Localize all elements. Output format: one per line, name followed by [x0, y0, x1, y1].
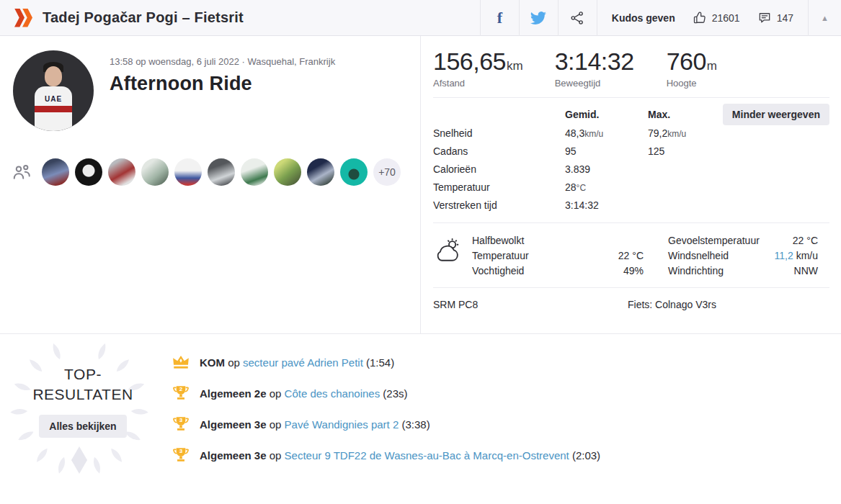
partly-cloudy-icon — [433, 235, 465, 266]
athlete-avatar-small[interactable] — [274, 158, 301, 186]
activity-summary-section: UAE 13:58 op woensdag, 6 juli 2022 · Was… — [0, 36, 841, 333]
activity-stats-panel: 156,65km Afstand 3:14:32 Beweegtijd 760m… — [420, 36, 841, 333]
activity-left-panel: UAE 13:58 op woensdag, 6 juli 2022 · Was… — [0, 36, 420, 333]
achievement-row-3rd-a: 3 Algemeen 3e op Pavé Wandignies part 2 … — [172, 415, 841, 433]
page-title: Tadej Pogačar Pogi – Fietsrit — [43, 9, 480, 26]
segment-time: (23s) — [383, 387, 407, 400]
share-icon — [569, 10, 585, 26]
segment-link[interactable]: Secteur 9 TDF22 de Wasnes-au-Bac à Marcq… — [285, 449, 569, 462]
top-bar: Tadej Pogačar Pogi – Fietsrit f Kudos ge… — [0, 0, 841, 36]
twitter-share-button[interactable] — [519, 0, 558, 36]
detailed-stats-table: Minder weergeven Gemid. Max. Snelheid 48… — [433, 105, 829, 214]
group-icon — [12, 161, 33, 183]
svg-text:3: 3 — [179, 448, 183, 454]
segment-time: (3:38) — [401, 418, 430, 431]
table-row-cadence: Cadans 95 125 — [433, 142, 829, 160]
athlete-avatar-small[interactable] — [340, 158, 368, 186]
divider — [433, 97, 829, 98]
activity-title: Afternoon Ride — [110, 73, 335, 95]
achievement-row-kom: KOM op secteur pavé Adrien Petit (1:54) — [172, 353, 841, 372]
segment-link[interactable]: Côte des chanoines — [285, 387, 381, 400]
view-all-button[interactable]: Alles bekijken — [39, 415, 126, 438]
table-row-speed: Snelheid 48,3km/u 79,2km/u — [433, 124, 829, 142]
weather-section: Halfbewolkt Temperatuur22 °C Vochtigheid… — [433, 233, 829, 279]
svg-text:2: 2 — [179, 386, 183, 392]
strava-chevrons-icon[interactable] — [0, 9, 43, 27]
top-results-section: TOP- RESULTATEN Alles bekijken KOM op se… — [0, 333, 841, 504]
facebook-share-button[interactable]: f — [480, 0, 519, 36]
comments-count-value: 147 — [777, 12, 793, 24]
thumbs-up-icon — [693, 11, 707, 25]
gear-row: SRM PC8 Fiets: Colnago V3rs — [433, 299, 829, 310]
athlete-avatar-small[interactable] — [307, 158, 334, 186]
segment-time: (1:54) — [366, 356, 394, 369]
collapse-button[interactable]: ▲ — [808, 0, 841, 36]
weather-wind-direction: NNW — [794, 264, 818, 279]
weather-feels-like: 22 °C — [793, 233, 818, 248]
achievement-row-3rd-b: 3 Algemeen 3e op Secteur 9 TDF22 de Wasn… — [172, 446, 841, 464]
collapse-icon: ▲ — [821, 14, 829, 22]
segment-link[interactable]: Pavé Wandignies part 2 — [285, 418, 399, 431]
comment-icon — [757, 11, 772, 25]
bike-name: Fiets: Colnago V3rs — [628, 299, 716, 310]
trophy-icon: 2 — [172, 384, 190, 402]
weather-wind-speed: 11,2 km/u — [775, 248, 818, 264]
twitter-icon — [530, 10, 546, 26]
athlete-avatar-small[interactable] — [42, 158, 69, 186]
trophy-icon: 3 — [172, 446, 190, 464]
svg-text:3: 3 — [179, 417, 183, 423]
table-row-temperature: Temperatuur 28°C — [433, 178, 829, 196]
kom-crown-icon — [172, 353, 190, 372]
weather-temperature: 22 °C — [618, 248, 644, 264]
facebook-icon: f — [497, 9, 502, 27]
kudos-zone: Kudos geven 21601 147 — [597, 0, 808, 36]
trophy-icon: 3 — [172, 415, 190, 433]
table-row-elapsed-time: Verstreken tijd 3:14:32 — [433, 196, 829, 214]
weather-right-column: Gevoelstemperatuur22 °C Windsnelheid 11,… — [668, 233, 829, 279]
laurel-wreath-icon — [7, 337, 151, 488]
stat-elevation: 760m Hoogte — [667, 48, 717, 89]
comments-count[interactable]: 147 — [757, 11, 793, 25]
device-name: SRM PC8 — [433, 299, 628, 310]
primary-stats: 156,65km Afstand 3:14:32 Beweegtijd 760m… — [433, 48, 829, 89]
weather-humidity: 49% — [623, 264, 644, 279]
athlete-avatar[interactable]: UAE — [13, 50, 94, 131]
group-athletes-row: +70 — [12, 158, 420, 186]
more-athletes-badge[interactable]: +70 — [373, 158, 401, 186]
stat-moving-time: 3:14:32 Beweegtijd — [555, 48, 635, 89]
athlete-avatar-small[interactable] — [75, 158, 102, 186]
top-results-header: TOP- RESULTATEN Alles bekijken — [0, 334, 166, 504]
segment-time: (2:03) — [572, 449, 600, 462]
achievement-row-2nd: 2 Algemeen 2e op Côte des chanoines (23s… — [172, 384, 841, 402]
top-results-title: TOP- RESULTATEN — [0, 364, 166, 405]
athlete-avatar-small[interactable] — [108, 158, 135, 186]
athlete-avatar-small[interactable] — [141, 158, 169, 186]
activity-datetime-location: 13:58 op woensdag, 6 juli 2022 · Wasqueh… — [110, 56, 335, 67]
achievements-list: KOM op secteur pavé Adrien Petit (1:54) … — [166, 334, 841, 504]
athlete-avatar-small[interactable] — [241, 158, 268, 186]
weather-left-column: Halfbewolkt Temperatuur22 °C Vochtigheid… — [472, 233, 644, 279]
segment-link[interactable]: secteur pavé Adrien Petit — [243, 356, 363, 369]
weather-condition: Halfbewolkt — [472, 233, 524, 248]
divider — [433, 222, 829, 223]
athlete-profile: UAE 13:58 op woensdag, 6 juli 2022 · Was… — [0, 36, 420, 131]
kudos-count[interactable]: 21601 — [693, 11, 740, 25]
stat-distance: 156,65km Afstand — [433, 48, 523, 89]
athlete-avatar-small[interactable] — [174, 158, 202, 186]
table-row-calories: Calorieën 3.839 — [433, 160, 829, 178]
divider — [433, 287, 829, 288]
share-button[interactable] — [558, 0, 597, 36]
show-less-button[interactable]: Minder weergeven — [723, 104, 829, 125]
athlete-avatar-small[interactable] — [208, 158, 235, 186]
kudos-button[interactable]: Kudos geven — [612, 12, 675, 24]
kudos-count-value: 21601 — [712, 12, 740, 24]
